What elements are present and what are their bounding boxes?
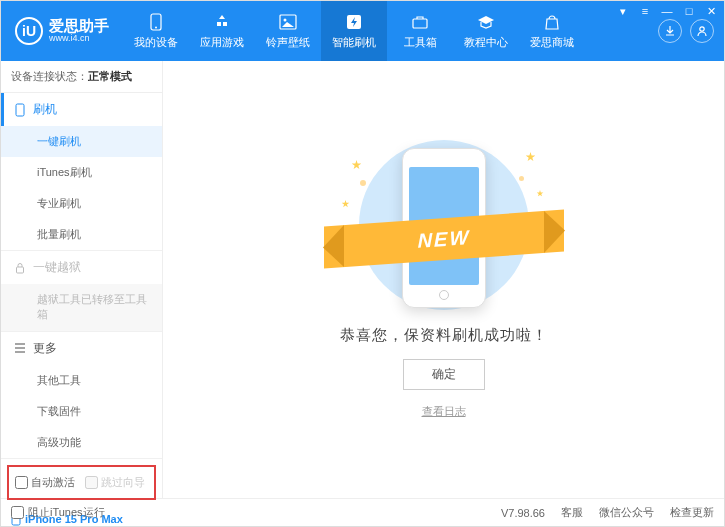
maximize-icon[interactable]: □	[681, 4, 697, 18]
nav-label: 应用游戏	[200, 35, 244, 50]
app-title: 爱思助手	[49, 18, 109, 35]
sidebar-item-other-tools[interactable]: 其他工具	[1, 365, 162, 396]
nav-label: 教程中心	[464, 35, 508, 50]
sidebar-item-jailbreak-note: 越狱工具已转移至工具箱	[1, 284, 162, 331]
connection-status: 设备连接状态：正常模式	[1, 61, 162, 93]
svg-point-1	[155, 27, 157, 29]
svg-point-6	[700, 27, 704, 31]
phone-icon	[146, 12, 166, 32]
sidebar-item-pro-flash[interactable]: 专业刷机	[1, 188, 162, 219]
options-highlight-box: 自动激活 跳过向导	[7, 465, 156, 500]
sidebar: 设备连接状态：正常模式 刷机 一键刷机 iTunes刷机 专业刷机 批量刷机 一…	[1, 61, 163, 498]
ok-button[interactable]: 确定	[403, 359, 485, 390]
app-url: www.i4.cn	[49, 34, 109, 44]
nav: 我的设备 应用游戏 铃声壁纸 智能刷机 工具箱 教程中心 爱思商城	[123, 1, 648, 61]
nav-label: 我的设备	[134, 35, 178, 50]
apps-icon	[212, 12, 232, 32]
svg-rect-8	[17, 267, 24, 273]
footer-link-support[interactable]: 客服	[561, 505, 583, 520]
sidebar-item-download-firmware[interactable]: 下载固件	[1, 396, 162, 427]
sidebar-header-flash[interactable]: 刷机	[1, 93, 162, 126]
main-content: NEW 恭喜您，保资料刷机成功啦！ 确定 查看日志	[163, 61, 724, 498]
nav-label: 工具箱	[404, 35, 437, 50]
svg-point-3	[284, 19, 287, 22]
close-icon[interactable]: ✕	[703, 4, 719, 18]
nav-flash[interactable]: 智能刷机	[321, 1, 387, 61]
graduation-icon	[476, 12, 496, 32]
success-message: 恭喜您，保资料刷机成功啦！	[340, 326, 548, 345]
flash-icon	[344, 12, 364, 32]
skip-guide-checkbox[interactable]: 跳过向导	[85, 475, 145, 490]
logo: iU 爱思助手 www.i4.cn	[1, 1, 123, 61]
sidebar-item-itunes-flash[interactable]: iTunes刷机	[1, 157, 162, 188]
sidebar-item-oneclick-flash[interactable]: 一键刷机	[1, 126, 162, 157]
logo-icon: iU	[15, 17, 43, 45]
menu-icon[interactable]: ▾	[615, 4, 631, 18]
nav-label: 铃声壁纸	[266, 35, 310, 50]
nav-store[interactable]: 爱思商城	[519, 1, 585, 61]
phone-icon	[13, 103, 27, 117]
block-itunes-checkbox[interactable]: 阻止iTunes运行	[11, 505, 105, 520]
list-icon	[13, 341, 27, 355]
nav-my-device[interactable]: 我的设备	[123, 1, 189, 61]
toolbox-icon	[410, 12, 430, 32]
tools-icon[interactable]: ≡	[637, 4, 653, 18]
footer-link-update[interactable]: 检查更新	[670, 505, 714, 520]
minimize-icon[interactable]: —	[659, 4, 675, 18]
success-illustration: NEW	[314, 130, 574, 310]
lock-icon	[13, 261, 27, 275]
nav-label: 爱思商城	[530, 35, 574, 50]
svg-rect-5	[413, 19, 427, 28]
nav-apps[interactable]: 应用游戏	[189, 1, 255, 61]
nav-label: 智能刷机	[332, 35, 376, 50]
sidebar-header-more[interactable]: 更多	[1, 332, 162, 365]
sidebar-item-advanced[interactable]: 高级功能	[1, 427, 162, 458]
nav-toolbox[interactable]: 工具箱	[387, 1, 453, 61]
version-label: V7.98.66	[501, 507, 545, 519]
nav-ringtones[interactable]: 铃声壁纸	[255, 1, 321, 61]
nav-tutorials[interactable]: 教程中心	[453, 1, 519, 61]
image-icon	[278, 12, 298, 32]
svg-rect-7	[16, 104, 24, 116]
user-icon[interactable]	[690, 19, 714, 43]
view-log-link[interactable]: 查看日志	[422, 404, 466, 419]
sidebar-item-batch-flash[interactable]: 批量刷机	[1, 219, 162, 250]
footer-link-wechat[interactable]: 微信公众号	[599, 505, 654, 520]
bag-icon	[542, 12, 562, 32]
download-icon[interactable]	[658, 19, 682, 43]
sidebar-header-jailbreak: 一键越狱	[1, 251, 162, 284]
auto-activate-checkbox[interactable]: 自动激活	[15, 475, 75, 490]
